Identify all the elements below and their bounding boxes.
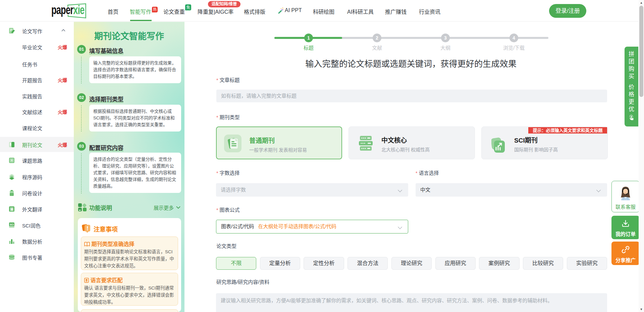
- svg-text:译: 译: [10, 208, 13, 211]
- svg-text:SCI: SCI: [10, 223, 14, 226]
